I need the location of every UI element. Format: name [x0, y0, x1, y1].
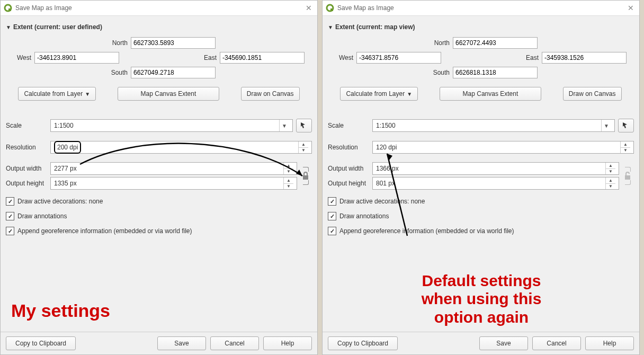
output-height-label: Output height: [6, 180, 47, 187]
lock-icon: [302, 172, 309, 180]
extent-group-header[interactable]: ▼ Extent (current: user defined): [6, 23, 312, 31]
checkbox-icon: ✓: [328, 212, 336, 220]
help-button[interactable]: Help: [263, 336, 312, 350]
checkbox-icon: ✓: [6, 197, 14, 206]
draw-decorations-label: Draw active decorations: none: [339, 198, 425, 205]
scale-picker-button[interactable]: [618, 119, 634, 132]
window-title: Save Map as Image: [337, 4, 625, 12]
scale-row: Scale 1:1500 ▼: [6, 119, 312, 132]
collapse-icon: ▼: [328, 24, 333, 30]
checkbox-icon: ✓: [328, 227, 336, 235]
output-width-label: Output width: [6, 165, 47, 172]
cursor-icon: [622, 121, 630, 130]
resolution-value: 120 dpi: [376, 144, 397, 151]
copy-to-clipboard-button[interactable]: Copy to Clipboard: [328, 336, 398, 350]
dialog-footer: Copy to Clipboard Save Cancel Help: [1, 332, 317, 354]
north-input[interactable]: [131, 37, 216, 49]
draw-annotations-label: Draw annotations: [339, 212, 389, 220]
titlebar: Save Map as Image ✕: [323, 1, 639, 16]
titlebar: Save Map as Image ✕: [1, 1, 317, 16]
spinner[interactable]: ▲▼: [283, 178, 293, 189]
map-canvas-extent-button[interactable]: Map Canvas Extent: [118, 87, 219, 101]
draw-decorations-checkbox[interactable]: ✓ Draw active decorations: none: [6, 197, 312, 206]
close-icon[interactable]: ✕: [303, 3, 314, 13]
copy-to-clipboard-button[interactable]: Copy to Clipboard: [6, 336, 76, 350]
help-button[interactable]: Help: [585, 336, 634, 350]
calculate-from-layer-button[interactable]: Calculate from Layer▼: [18, 87, 96, 101]
output-height-input[interactable]: 801 px▲▼: [372, 177, 619, 190]
scale-combo[interactable]: 1:1500 ▼: [372, 119, 615, 132]
draw-annotations-label: Draw annotations: [17, 212, 67, 220]
extent-inputs: North West East South: [328, 35, 634, 81]
extent-group-header[interactable]: ▼ Extent (current: map view): [328, 23, 634, 31]
resolution-input[interactable]: 200 dpi ▲▼: [50, 141, 312, 154]
output-height-input[interactable]: 1335 px▲▼: [50, 177, 297, 190]
aspect-lock[interactable]: [299, 158, 312, 194]
output-width-row: Output width 1366 px▲▼: [328, 162, 619, 175]
append-georef-label: Append georeference information (embedde…: [17, 227, 192, 235]
south-label: South: [424, 69, 451, 76]
draw-annotations-checkbox[interactable]: ✓ Draw annotations: [328, 212, 634, 220]
spinner[interactable]: ▲▼: [605, 163, 615, 174]
west-label: West: [335, 54, 354, 61]
checkbox-icon: ✓: [6, 212, 14, 220]
append-georef-checkbox[interactable]: ✓ Append georeference information (embed…: [6, 227, 312, 235]
south-input[interactable]: [131, 67, 216, 78]
west-input[interactable]: [34, 52, 119, 64]
east-label: East: [199, 54, 218, 61]
draw-decorations-checkbox[interactable]: ✓ Draw active decorations: none: [328, 197, 634, 206]
chevron-down-icon: ▼: [85, 91, 90, 97]
map-canvas-extent-button[interactable]: Map Canvas Extent: [440, 87, 541, 101]
resolution-value: 200 dpi: [54, 141, 81, 154]
dialog-body: ▼ Extent (current: map view) North West …: [323, 16, 639, 332]
cancel-button[interactable]: Cancel: [210, 336, 259, 350]
scale-combo[interactable]: 1:1500 ▼: [50, 119, 293, 132]
cancel-button[interactable]: Cancel: [532, 336, 581, 350]
west-label: West: [13, 54, 32, 61]
output-width-input[interactable]: 1366 px▲▼: [372, 162, 619, 175]
spinner[interactable]: ▲▼: [283, 163, 293, 174]
south-input[interactable]: [453, 67, 538, 78]
calculate-from-layer-button[interactable]: Calculate from Layer▼: [340, 87, 418, 101]
output-height-row: Output height 1335 px▲▼: [6, 177, 297, 190]
window-title: Save Map as Image: [15, 4, 303, 12]
qgis-icon: [4, 4, 12, 12]
close-icon[interactable]: ✕: [625, 3, 636, 13]
svg-rect-2: [303, 175, 308, 180]
draw-on-canvas-button[interactable]: Draw on Canvas: [563, 87, 622, 101]
extent-buttons: Calculate from Layer▼ Map Canvas Extent …: [6, 87, 312, 101]
draw-on-canvas-button[interactable]: Draw on Canvas: [241, 87, 300, 101]
draw-annotations-checkbox[interactable]: ✓ Draw annotations: [6, 212, 312, 220]
north-label: North: [424, 39, 451, 47]
dialog-footer: Copy to Clipboard Save Cancel Help: [323, 332, 639, 354]
output-height-row: Output height 801 px▲▼: [328, 177, 619, 190]
scale-picker-button[interactable]: [296, 119, 312, 132]
checkbox-icon: ✓: [328, 197, 336, 206]
north-input[interactable]: [453, 37, 538, 49]
spinner[interactable]: ▲▼: [620, 141, 630, 153]
aspect-lock[interactable]: [621, 158, 634, 194]
extent-inputs: North West East South: [6, 35, 312, 81]
east-input[interactable]: [542, 52, 627, 64]
append-georef-checkbox[interactable]: ✓ Append georeference information (embed…: [328, 227, 634, 235]
east-label: East: [521, 54, 540, 61]
annotation-my-settings: My settings: [11, 300, 110, 321]
resolution-row: Resolution 200 dpi ▲▼: [6, 141, 312, 154]
save-button[interactable]: Save: [479, 336, 528, 350]
east-input[interactable]: [220, 52, 305, 64]
west-input[interactable]: [356, 52, 441, 64]
extent-header-label: Extent (current: user defined): [13, 23, 102, 31]
extent-header-label: Extent (current: map view): [335, 23, 415, 31]
resolution-input[interactable]: 120 dpi ▲▼: [372, 141, 634, 154]
spinner[interactable]: ▲▼: [605, 178, 615, 189]
collapse-icon: ▼: [6, 24, 11, 30]
scale-label: Scale: [6, 122, 47, 129]
svg-rect-4: [330, 8, 333, 11]
output-width-input[interactable]: 2277 px▲▼: [50, 162, 297, 175]
spinner[interactable]: ▲▼: [298, 141, 308, 153]
north-label: North: [102, 39, 129, 47]
scale-row: Scale 1:1500 ▼: [328, 119, 634, 132]
output-width-label: Output width: [328, 165, 369, 172]
save-button[interactable]: Save: [157, 336, 206, 350]
scale-value: 1:1500: [376, 122, 396, 129]
